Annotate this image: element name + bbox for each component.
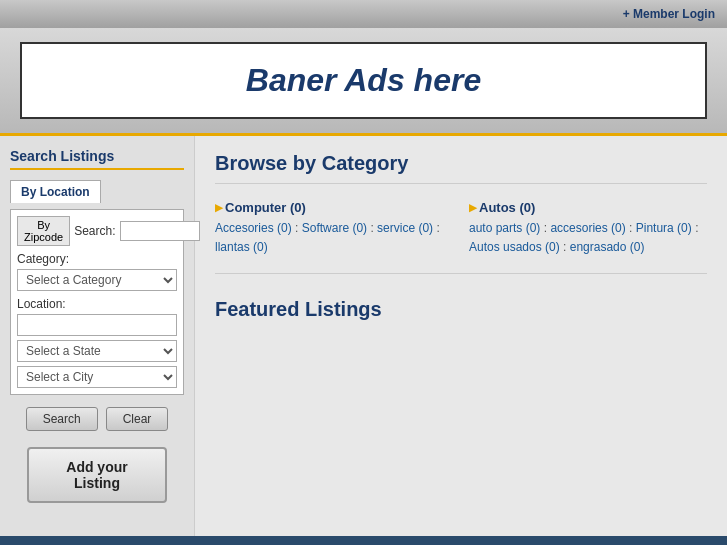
cat-link[interactable]: Pintura (0) xyxy=(636,221,692,235)
categories-grid: Computer (0) Accesories (0) : Software (… xyxy=(215,200,707,274)
featured-title: Featured Listings xyxy=(215,298,707,321)
tab-container: By Location xyxy=(10,180,184,203)
state-select[interactable]: Select a State xyxy=(17,340,177,362)
banner-text: Baner Ads here xyxy=(40,62,687,99)
banner-box: Baner Ads here xyxy=(20,42,707,119)
main-content: Search Listings By Location By Zipcode S… xyxy=(0,136,727,536)
by-zipcode-tab[interactable]: By Zipcode xyxy=(17,216,70,246)
location-label: Location: xyxy=(17,297,177,311)
category-autos-name: Autos (0) xyxy=(469,200,707,215)
banner-area: Baner Ads here xyxy=(0,28,727,136)
add-listing-button[interactable]: Add your Listing xyxy=(27,447,167,503)
tab-by-location[interactable]: By Location xyxy=(10,180,101,203)
cat-link[interactable]: engrasado (0) xyxy=(570,240,645,254)
top-bar: Member Login xyxy=(0,0,727,28)
search-clear-buttons: Search Clear xyxy=(10,407,184,431)
member-login-link[interactable]: Member Login xyxy=(623,7,715,21)
cat-link[interactable]: Accesories (0) xyxy=(215,221,292,235)
cat-link[interactable]: Software (0) xyxy=(302,221,367,235)
category-computer-links: Accesories (0) : Software (0) : service … xyxy=(215,219,453,257)
category-select[interactable]: Select a Category xyxy=(17,269,177,291)
sidebar-title: Search Listings xyxy=(10,148,184,170)
right-content: Browse by Category Computer (0) Accesori… xyxy=(195,136,727,536)
location-text-input[interactable] xyxy=(17,314,177,336)
clear-button[interactable]: Clear xyxy=(106,407,169,431)
city-select[interactable]: Select a City xyxy=(17,366,177,388)
category-label: Category: xyxy=(17,252,177,266)
cat-link[interactable]: service (0) xyxy=(377,221,433,235)
zipcode-row: By Zipcode Search: xyxy=(17,216,177,246)
search-button[interactable]: Search xyxy=(26,407,98,431)
category-computer: Computer (0) Accesories (0) : Software (… xyxy=(215,200,453,257)
category-autos-links: auto parts (0) : accesories (0) : Pintur… xyxy=(469,219,707,257)
cat-link[interactable]: llantas (0) xyxy=(215,240,268,254)
browse-title: Browse by Category xyxy=(215,152,707,184)
category-computer-name: Computer (0) xyxy=(215,200,453,215)
category-autos: Autos (0) auto parts (0) : accesories (0… xyxy=(469,200,707,257)
cat-link[interactable]: Autos usados (0) xyxy=(469,240,560,254)
zipcode-search-input[interactable] xyxy=(120,221,200,241)
sidebar: Search Listings By Location By Zipcode S… xyxy=(0,136,195,536)
tab-panel-location: By Zipcode Search: Category: Select a Ca… xyxy=(10,209,184,395)
search-label: Search: xyxy=(74,224,115,238)
cat-link[interactable]: auto parts (0) xyxy=(469,221,540,235)
cat-link[interactable]: accesories (0) xyxy=(550,221,625,235)
